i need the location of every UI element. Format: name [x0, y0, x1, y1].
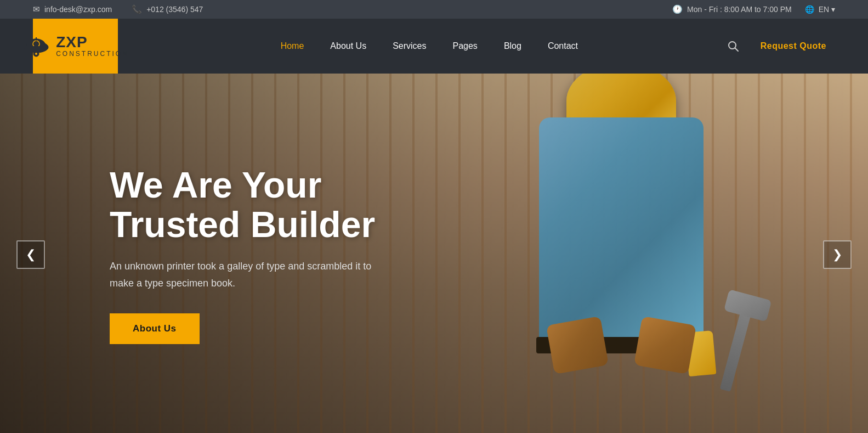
logo-icon [22, 32, 50, 60]
nav-about[interactable]: About Us [317, 19, 379, 74]
nav-links: Home About Us Services Pages Blog Contac… [140, 19, 719, 74]
carousel-prev-button[interactable]: ❮ [16, 240, 45, 269]
nav-blog[interactable]: Blog [491, 19, 535, 74]
topbar-email: ✉ info-desk@zxp.com [33, 4, 112, 14]
nav-services[interactable]: Services [379, 19, 439, 74]
topbar: ✉ info-desk@zxp.com 📞 +012 (3546) 547 🕐 … [0, 0, 868, 19]
navbar: ZXP Construction Home About Us Services … [0, 19, 868, 74]
svg-line-7 [735, 48, 738, 52]
hours-text: Mon - Fri : 8:00 AM to 7:00 PM [687, 5, 792, 14]
nav-home[interactable]: Home [268, 19, 317, 74]
logo-box[interactable]: ZXP Construction [33, 19, 118, 74]
nav-pages[interactable]: Pages [440, 19, 491, 74]
phone-text: +012 (3546) 547 [146, 5, 203, 14]
topbar-phone: 📞 +012 (3546) 547 [132, 4, 203, 14]
carousel-next-button[interactable]: ❯ [823, 240, 852, 269]
email-icon: ✉ [33, 4, 40, 14]
hero-section: ❮ ❯ We Are Your Trusted Builder An unkno… [0, 74, 868, 433]
request-quote-button[interactable]: Request Quote [752, 41, 835, 51]
hero-subtitle: An unknown printer took a galley of type… [110, 258, 384, 291]
globe-icon: 🌐 [805, 5, 814, 14]
search-icon[interactable] [719, 41, 747, 52]
language-selector[interactable]: EN ▾ [819, 5, 835, 14]
svg-point-5 [35, 53, 37, 55]
nav-contact[interactable]: Contact [535, 19, 591, 74]
svg-rect-3 [24, 46, 48, 49]
hero-title: We Are Your Trusted Builder [110, 165, 384, 245]
hero-cta-button[interactable]: About Us [110, 313, 200, 344]
topbar-language[interactable]: 🌐 EN ▾ [805, 5, 835, 14]
hero-content: We Are Your Trusted Builder An unknown p… [0, 165, 384, 344]
clock-icon: 🕐 [672, 4, 683, 14]
email-text: info-desk@zxp.com [44, 5, 112, 14]
logo-name: ZXP [56, 35, 129, 50]
topbar-hours: 🕐 Mon - Fri : 8:00 AM to 7:00 PM [672, 4, 792, 14]
logo-sub: Construction [56, 50, 129, 58]
phone-icon: 📞 [132, 4, 142, 14]
